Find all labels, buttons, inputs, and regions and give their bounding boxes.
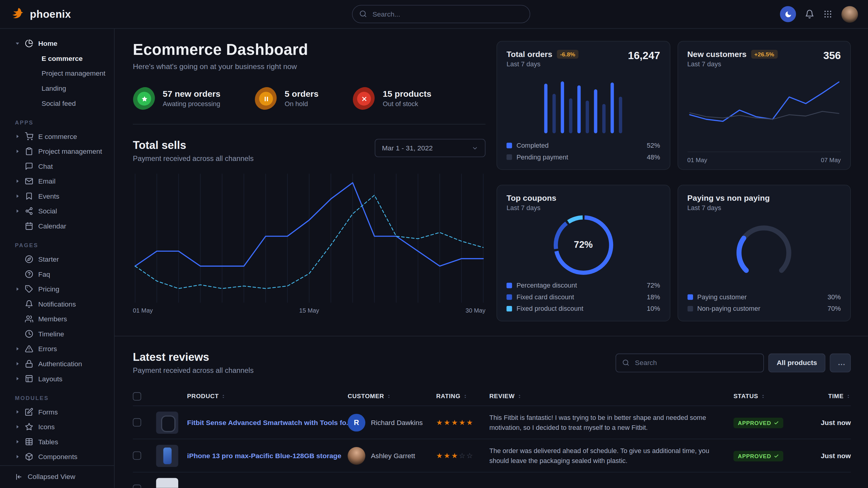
sort-icon xyxy=(463,394,468,399)
sidebar-section-pages: PAGES xyxy=(15,242,114,248)
sidebar-item-label: Events xyxy=(38,192,59,200)
stat-value: 5 orders xyxy=(285,89,318,99)
cart-icon xyxy=(25,132,33,141)
app-root: phoenix Home E commerce Project manageme… xyxy=(0,0,868,488)
legend-swatch xyxy=(506,143,512,148)
notifications-button[interactable] xyxy=(805,9,814,19)
apps-grid-button[interactable] xyxy=(823,9,832,19)
review-text: The order was delivered ahead of schedul… xyxy=(489,446,733,465)
new-customers-badge: +26.5% xyxy=(751,50,777,59)
lock-icon xyxy=(25,360,33,368)
sidebar-item-forms[interactable]: Forms xyxy=(0,404,114,420)
column-header-rating[interactable]: RATING xyxy=(436,393,489,399)
sidebar-item-label: Components xyxy=(38,453,78,461)
sidebar-item-landing[interactable]: Landing xyxy=(0,81,114,96)
caret-right-icon xyxy=(15,454,20,459)
product-link[interactable]: iPhone 13 pro max-Pacific Blue-128GB sto… xyxy=(187,452,347,460)
reviews-search-input[interactable] xyxy=(616,353,764,372)
legend-paying: Paying customer30% xyxy=(687,293,841,301)
pie-chart-icon xyxy=(25,39,33,47)
sidebar-item-notifications[interactable]: Notifications xyxy=(0,297,114,312)
clock-icon xyxy=(25,330,33,338)
legend-label: Non-paying customer xyxy=(697,305,760,313)
legend-value: 30% xyxy=(828,293,841,301)
sidebar-item-faq[interactable]: Faq xyxy=(0,267,114,282)
rating-stars: ★★★★★ xyxy=(436,418,489,427)
reviews-title: Latest reviews xyxy=(133,351,254,363)
column-header-product[interactable]: PRODUCT xyxy=(187,393,347,399)
sidebar-item-components[interactable]: Components xyxy=(0,449,114,464)
sidebar-item-events[interactable]: Events xyxy=(0,189,114,204)
column-header-status[interactable]: STATUS xyxy=(734,393,804,399)
customer-cell: Ashley Garrett xyxy=(348,447,436,464)
top-coupons-donut-chart: 72% xyxy=(506,214,660,275)
column-header-time[interactable]: TIME xyxy=(804,393,851,399)
card-subtitle: Last 7 days xyxy=(687,204,770,212)
sidebar-item-social[interactable]: Social xyxy=(0,203,114,219)
product-thumbnail[interactable] xyxy=(156,478,178,488)
sidebar-item-project-management-home[interactable]: Project management xyxy=(0,66,114,81)
select-all-checkbox[interactable] xyxy=(133,392,141,400)
caret-right-icon xyxy=(15,346,20,352)
global-search-input[interactable] xyxy=(352,5,530,24)
sidebar-item-layouts[interactable]: Layouts xyxy=(0,371,114,386)
caret-right-icon xyxy=(15,134,20,139)
product-thumbnail[interactable] xyxy=(156,445,178,466)
customer-cell: R Richard Dawkins xyxy=(348,414,436,431)
navbar-actions xyxy=(780,6,858,22)
all-products-button[interactable]: All products xyxy=(769,353,826,372)
sidebar-item-label: Timeline xyxy=(38,330,64,338)
share-icon xyxy=(25,207,33,215)
date-range-select[interactable]: Mar 1 - 31, 2022 xyxy=(375,139,486,157)
sidebar-item-members[interactable]: Members xyxy=(0,312,114,326)
sidebar-item-pricing[interactable]: Pricing xyxy=(0,282,114,297)
sidebar-item-chat[interactable]: Chat xyxy=(0,159,114,174)
caret-down-icon xyxy=(15,41,20,46)
card-title: Top coupons xyxy=(506,194,556,202)
dashboard-left-column: Ecommerce Dashboard Here's what's going … xyxy=(133,41,485,322)
row-checkbox[interactable] xyxy=(133,452,141,460)
legend-label: Completed xyxy=(516,142,549,150)
column-header-customer[interactable]: CUSTOMER xyxy=(348,393,436,399)
sidebar-item-timeline[interactable]: Timeline xyxy=(0,326,114,341)
sidebar-item-tables[interactable]: Tables xyxy=(0,434,114,449)
more-options-button[interactable]: ... xyxy=(830,353,851,372)
sidebar-item-email[interactable]: Email xyxy=(0,174,114,189)
sidebar-item-label: Faq xyxy=(38,270,50,278)
product-thumbnail[interactable] xyxy=(156,412,178,433)
table-row-partial xyxy=(133,472,851,488)
sidebar-item-errors[interactable]: Errors xyxy=(0,341,114,356)
collapsed-view-label: Collapsed View xyxy=(28,473,75,481)
brand[interactable]: phoenix xyxy=(10,7,71,22)
sidebar-section-modules: MODULES xyxy=(15,395,114,401)
collapsed-view-toggle[interactable]: Collapsed View xyxy=(0,465,114,488)
card-title: New customers xyxy=(687,50,747,59)
theme-toggle-button[interactable] xyxy=(780,6,796,22)
sidebar-item-home[interactable]: Home xyxy=(0,36,114,51)
product-link[interactable]: Fitbit Sense Advanced Smartwatch with To… xyxy=(187,418,347,426)
sidebar-item-project-management-app[interactable]: Project management xyxy=(0,144,114,159)
sidebar-item-starter[interactable]: Starter xyxy=(0,252,114,267)
date-range-value: Mar 1 - 31, 2022 xyxy=(382,144,433,152)
stat-new-orders: 57 new orders Awating processing xyxy=(133,88,220,109)
collapse-icon xyxy=(15,473,23,481)
sidebar-item-ecommerce-home[interactable]: E commerce xyxy=(0,51,114,66)
caret-right-icon xyxy=(15,439,20,444)
sidebar-item-label: E commerce xyxy=(42,55,83,62)
sidebar-item-ecommerce-app[interactable]: E commerce xyxy=(0,129,114,144)
sidebar-item-calendar[interactable]: Calendar xyxy=(0,219,114,234)
column-label: REVIEW xyxy=(489,393,515,399)
brand-name: phoenix xyxy=(30,8,71,20)
sidebar-item-label: Social xyxy=(38,207,57,215)
row-checkbox[interactable] xyxy=(133,485,141,488)
help-circle-icon xyxy=(25,270,33,279)
user-avatar[interactable] xyxy=(841,6,858,22)
column-header-review[interactable]: REVIEW xyxy=(489,393,733,399)
new-customers-chart xyxy=(687,75,841,147)
reviews-table-header: PRODUCT CUSTOMER RATING REVIEW STATUS TI… xyxy=(133,387,851,405)
sidebar-item-authentication[interactable]: Authentication xyxy=(0,356,114,371)
row-checkbox[interactable] xyxy=(133,418,141,427)
sort-icon xyxy=(386,394,392,399)
sidebar-item-social-feed[interactable]: Social feed xyxy=(0,96,114,111)
sidebar-item-icons[interactable]: Icons xyxy=(0,419,114,434)
